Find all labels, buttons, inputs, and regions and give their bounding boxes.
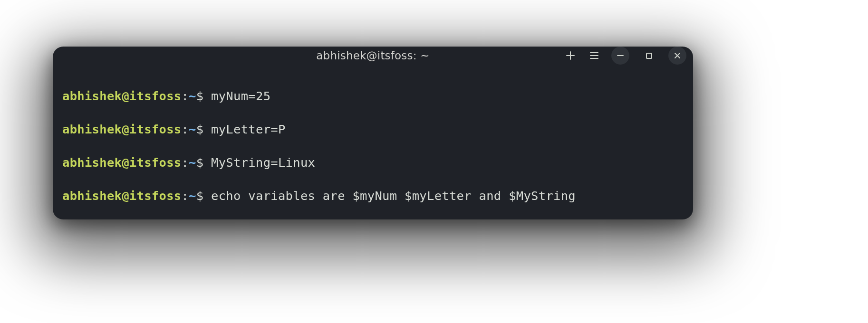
menu-button[interactable] xyxy=(588,49,601,62)
prompt-line: abhishek@itsfoss:~$ MyString=Linux xyxy=(62,154,684,171)
prompt-userhost: abhishek@itsfoss xyxy=(62,155,181,170)
prompt-path: ~ xyxy=(189,122,196,136)
prompt-symbol: $ xyxy=(196,155,204,170)
prompt-line: abhishek@itsfoss:~$ myNum=25 xyxy=(62,88,684,104)
command-text: echo variables are $myNum $myLetter and … xyxy=(211,189,576,203)
prompt-symbol: $ xyxy=(196,89,204,103)
terminal-window: abhishek@itsfoss: ~ abhi xyxy=(53,47,693,219)
prompt-line: abhishek@itsfoss:~$ echo variables are $… xyxy=(62,188,684,204)
minimize-icon xyxy=(617,52,624,59)
prompt-userhost: abhishek@itsfoss xyxy=(62,122,181,136)
prompt-userhost: abhishek@itsfoss xyxy=(62,189,181,203)
window-controls xyxy=(564,47,686,65)
prompt-path: ~ xyxy=(189,89,196,103)
command-text: MyString=Linux xyxy=(211,155,315,170)
prompt-userhost: abhishek@itsfoss xyxy=(62,89,181,103)
command-text: myNum=25 xyxy=(211,89,270,103)
prompt-symbol: $ xyxy=(196,122,204,136)
maximize-button[interactable] xyxy=(640,47,658,65)
minimize-button[interactable] xyxy=(611,47,629,65)
new-tab-button[interactable] xyxy=(564,49,577,62)
command-text: myLetter=P xyxy=(211,122,286,136)
prompt-symbol: $ xyxy=(196,189,204,203)
prompt-path: ~ xyxy=(189,189,196,203)
prompt-path: ~ xyxy=(189,155,196,170)
hamburger-icon xyxy=(589,50,599,61)
titlebar[interactable]: abhishek@itsfoss: ~ xyxy=(53,47,693,65)
svg-rect-0 xyxy=(646,53,652,58)
maximize-icon xyxy=(646,52,653,59)
prompt-line: abhishek@itsfoss:~$ myLetter=P xyxy=(62,121,684,138)
plus-icon xyxy=(565,50,576,61)
close-button[interactable] xyxy=(668,47,686,65)
close-icon xyxy=(674,52,681,59)
terminal-body[interactable]: abhishek@itsfoss:~$ myNum=25 abhishek@it… xyxy=(53,65,693,219)
